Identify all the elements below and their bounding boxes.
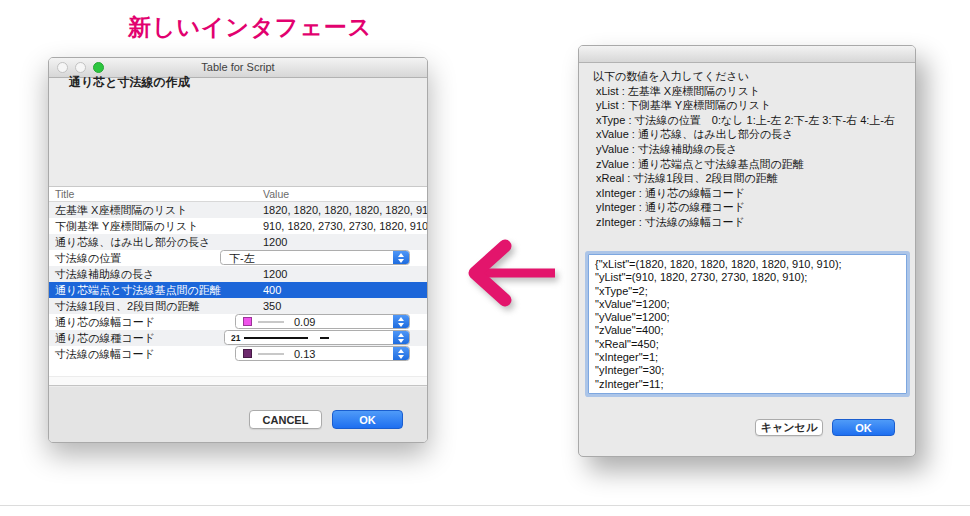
instruction-line: xType : 寸法線の位置 0:なし 1:上-左 2:下-左 3:下-右 4:… (593, 113, 895, 128)
traffic-lights (57, 62, 104, 73)
row-title: 通り芯端点と寸法線基点間の距離 (55, 282, 221, 298)
table-row[interactable]: 寸法線の位置下-左 (49, 250, 427, 266)
row-value: 350 (263, 298, 281, 314)
stepper-up-arrow-icon (398, 317, 404, 321)
page-title: 新しいインタフェース (128, 12, 372, 43)
instruction-line: zInteger : 寸法線の線幅コード (593, 215, 895, 230)
close-button[interactable] (57, 62, 68, 73)
stepper-down-arrow-icon (398, 259, 404, 263)
ok-button[interactable]: OK (332, 410, 403, 429)
row-value: 1200 (263, 266, 287, 282)
dropdown-selected-value: 0.09 (294, 314, 315, 330)
instruction-line: zValue : 通り芯端点と寸法線基点間の距離 (593, 157, 895, 172)
row-title: 通り芯の線種コード (55, 330, 155, 346)
table-scroll-strip[interactable] (49, 377, 427, 386)
table-for-script-window: Table for Script 通り芯と寸法線の作成 Title Value … (48, 57, 428, 443)
script-line: "xType"=2; (595, 285, 900, 298)
instruction-line: xValue : 通り芯線、はみ出し部分の長さ (593, 127, 895, 142)
table-row[interactable]: 左基準 X座標間隔のリスト1820, 1820, 1820, 1820, 182… (49, 202, 427, 218)
script-line: "yValue"=1200; (595, 311, 900, 324)
instruction-line: xReal : 寸法線1段目、2段目間の距離 (593, 171, 895, 186)
position-dropdown[interactable]: 下-左 (220, 250, 410, 265)
stepper-up-arrow-icon (398, 253, 404, 257)
minimize-button[interactable] (75, 62, 86, 73)
color-swatch (243, 349, 252, 358)
row-title: 通り芯線、はみ出し部分の長さ (55, 234, 211, 250)
linewidth-sample (258, 321, 284, 323)
table-row[interactable]: 寸法線の線幅コード0.13 (49, 346, 427, 362)
table-row[interactable]: 通り芯端点と寸法線基点間の距離400 (49, 282, 427, 298)
zoom-button[interactable] (93, 62, 104, 73)
cancel-button[interactable]: CANCEL (249, 410, 322, 429)
instruction-line: yValue : 寸法線補助線の長さ (593, 142, 895, 157)
dropdown-selected-value: 0.13 (294, 346, 315, 362)
instruction-line: 以下の数値を入力してください (593, 69, 895, 84)
linetype-code: 21 (231, 330, 240, 346)
script-line: "zInteger"=11; (595, 378, 900, 391)
script-line: } (595, 391, 900, 394)
script-line: "xReal"=450; (595, 338, 900, 351)
page-divider (0, 505, 970, 506)
table-row[interactable]: 下側基準 Y座標間隔のリスト910, 1820, 2730, 2730, 182… (49, 218, 427, 234)
row-value: 1820, 1820, 1820, 1820, 1820, 910, 910 (263, 202, 427, 218)
script-input-window: 以下の数値を入力してくださいxList : 左基準 X座標間隔のリストyList… (578, 45, 916, 457)
row-title: 寸法線の位置 (55, 250, 121, 266)
row-title: 寸法線の線幅コード (55, 346, 155, 362)
instruction-line: yList : 下側基準 Y座標間隔のリスト (593, 98, 895, 113)
instruction-line: xList : 左基準 X座標間隔のリスト (593, 84, 895, 99)
script-line: "zValue"=400; (595, 324, 900, 337)
row-value: 910, 1820, 2730, 2730, 1820, 910 (263, 218, 427, 234)
row-value: 400 (263, 282, 281, 298)
table-row[interactable]: 通り芯線、はみ出し部分の長さ1200 (49, 234, 427, 250)
script-line: "xInteger"=1; (595, 351, 900, 364)
script-line: "xValue"=1200; (595, 298, 900, 311)
linetype-dash-sample (320, 337, 329, 339)
table-row[interactable]: 寸法線補助線の長さ1200 (49, 266, 427, 282)
ok-button-right[interactable]: OK (832, 419, 895, 436)
row-title: 寸法線1段目、2段目間の距離 (55, 298, 200, 314)
column-header-title: Title (55, 187, 74, 202)
stepper-up-arrow-icon (398, 349, 404, 353)
stepper-icon[interactable] (393, 347, 409, 360)
linewidth-dropdown[interactable]: 0.09 (235, 314, 410, 329)
right-window-titlebar[interactable] (579, 46, 915, 63)
instruction-line: xInteger : 通り芯の線幅コード (593, 186, 895, 201)
row-title: 左基準 X座標間隔のリスト (55, 202, 187, 218)
cancel-button-jp[interactable]: キャンセル (755, 419, 823, 436)
dropdown-selected-value: 下-左 (229, 250, 255, 266)
stepper-icon[interactable] (393, 331, 409, 344)
table-header: Title Value (49, 187, 427, 202)
row-title: 下側基準 Y座標間隔のリスト (55, 218, 198, 234)
stepper-icon[interactable] (393, 251, 409, 264)
instruction-text: 以下の数値を入力してくださいxList : 左基準 X座標間隔のリストyList… (593, 69, 895, 230)
table-row[interactable]: 通り芯の線種コード21 (49, 330, 427, 346)
script-line: {"xList"=(1820, 1820, 1820, 1820, 1820, … (595, 258, 900, 271)
parameter-table: Title Value 左基準 X座標間隔のリスト1820, 1820, 182… (49, 186, 427, 376)
linetype-dropdown[interactable]: 21 (224, 330, 410, 345)
stepper-icon[interactable] (393, 315, 409, 328)
column-header-value: Value (263, 187, 289, 202)
table-row[interactable]: 通り芯の線幅コード0.09 (49, 314, 427, 330)
color-swatch (243, 317, 252, 326)
table-row[interactable]: 寸法線1段目、2段目間の距離350 (49, 298, 427, 314)
script-line: "yInteger"=30; (595, 364, 900, 377)
script-line: "yList"=(910, 1820, 2730, 2730, 1820, 91… (595, 271, 900, 284)
linewidth-sample (258, 353, 284, 355)
stepper-down-arrow-icon (398, 339, 404, 343)
left-window-title: Table for Script (201, 61, 274, 73)
stepper-down-arrow-icon (398, 355, 404, 359)
row-title: 通り芯の線幅コード (55, 314, 155, 330)
instruction-line: yInteger : 通り芯の線種コード (593, 200, 895, 215)
row-value: 1200 (263, 234, 287, 250)
row-title: 寸法線補助線の長さ (55, 266, 155, 282)
linetype-sample (244, 337, 308, 339)
stepper-down-arrow-icon (398, 323, 404, 327)
stepper-up-arrow-icon (398, 333, 404, 337)
linewidth-dropdown[interactable]: 0.13 (235, 346, 410, 361)
script-textarea[interactable]: {"xList"=(1820, 1820, 1820, 1820, 1820, … (588, 254, 907, 394)
dialog-heading: 通り芯と寸法線の作成 (69, 74, 190, 91)
left-arrow-icon (447, 231, 561, 315)
